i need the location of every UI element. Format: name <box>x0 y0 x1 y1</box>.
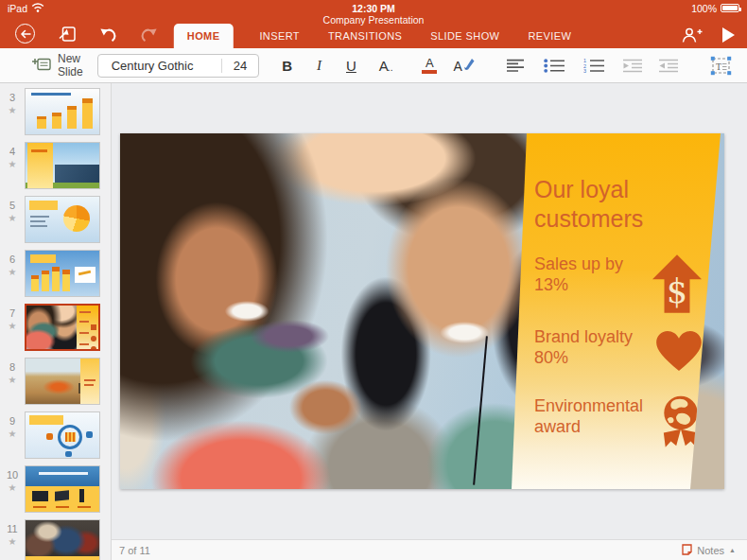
slide-title[interactable]: Our loyal customers <box>534 175 695 233</box>
slide-number: 10 <box>0 468 25 481</box>
transition-star-icon: ★ <box>0 428 25 440</box>
file-actions-button[interactable] <box>58 26 77 43</box>
brush-icon <box>462 57 475 74</box>
slide-thumbnail[interactable] <box>25 250 100 297</box>
bullet-text: Environmental award <box>534 396 660 437</box>
powerpoint-app: iPad 12:30 PM 100% Company Presentation … <box>0 0 747 560</box>
battery-icon <box>721 4 739 12</box>
slide-bullet-award[interactable]: Environmental award <box>534 396 702 453</box>
thumbnail-row-6: 6★ <box>0 250 111 297</box>
device-label: iPad <box>8 3 27 14</box>
notes-expand-caret-icon: ▲ <box>729 547 736 553</box>
transition-star-icon: ★ <box>0 535 25 548</box>
svg-text:T: T <box>716 61 721 71</box>
slide-bullet-loyalty[interactable]: Brand loyalty 80% <box>534 327 702 375</box>
ribbon-tabs: HOME INSERT TRANSITIONS SLIDE SHOW REVIE… <box>174 24 573 48</box>
highlight-button[interactable]: A <box>453 57 474 74</box>
ribbon: HOME INSERT TRANSITIONS SLIDE SHOW REVIE… <box>0 22 747 48</box>
notes-label: Notes <box>697 545 724 556</box>
svg-text:$: $ <box>667 272 687 310</box>
redo-button[interactable] <box>140 26 158 42</box>
undo-button[interactable] <box>99 26 117 42</box>
notes-toggle[interactable]: Notes ▲ <box>682 544 736 557</box>
new-slide-label: New Slide <box>58 52 83 79</box>
thumbnail-row-11: 11★ <box>0 519 111 560</box>
thumbnail-row-7-selected: 7★ <box>0 304 111 351</box>
tab-slide-show[interactable]: SLIDE SHOW <box>428 24 501 48</box>
tab-transitions[interactable]: TRANSITIONS <box>326 24 404 48</box>
slide-thumbnail[interactable] <box>25 142 100 189</box>
bold-button[interactable]: B <box>282 58 292 74</box>
transition-star-icon: ★ <box>0 212 25 224</box>
indent-button[interactable] <box>658 59 679 73</box>
slide-thumbnail[interactable] <box>25 196 100 243</box>
slide-bullet-sales[interactable]: Sales up by 13% $ <box>534 254 702 317</box>
tab-home[interactable]: HOME <box>174 24 234 48</box>
slide-thumbnail[interactable] <box>25 88 100 135</box>
slide-thumbnail-selected[interactable] <box>25 304 100 351</box>
transition-star-icon: ★ <box>0 374 25 386</box>
font-size-select[interactable]: 24 <box>221 59 258 73</box>
transition-star-icon: ★ <box>0 320 25 332</box>
slide-number: 5 <box>0 199 25 212</box>
present-play-button[interactable] <box>721 26 736 44</box>
thumbnail-row-5: 5★ <box>0 196 111 243</box>
transition-star-icon: ★ <box>0 104 25 116</box>
tab-review[interactable]: REVIEW <box>526 24 573 48</box>
svg-text:3: 3 <box>583 68 586 73</box>
font-controls: Century Gothic 24 <box>97 54 259 78</box>
battery-percent: 100% <box>691 3 717 14</box>
hoodie-cord <box>473 337 488 485</box>
status-footer: 7 of 11 Notes ▲ <box>112 539 747 560</box>
slide-thumbnail-panel: 3★ 4★ 5★ 6★ 7★ 8★ <box>0 83 112 560</box>
slide-thumbnail[interactable] <box>25 358 100 405</box>
slide-number: 8 <box>0 360 25 374</box>
bullet-text: Sales up by 13% <box>534 254 652 295</box>
numbering-button[interactable]: 123 <box>583 58 604 73</box>
italic-button[interactable]: I <box>317 58 321 74</box>
slide-number: 4 <box>0 145 25 158</box>
transition-star-icon: ★ <box>0 481 25 494</box>
bullet-text: Brand loyalty 80% <box>534 327 656 368</box>
share-people-button[interactable] <box>681 27 703 43</box>
new-slide-button[interactable]: New Slide <box>31 52 83 79</box>
slide-number: 3 <box>0 91 25 104</box>
current-slide[interactable]: Our loyal customers Sales up by 13% $ Br… <box>120 133 724 489</box>
thumbnail-row-10: 10★ <box>0 465 111 513</box>
slide-number: 9 <box>0 414 25 428</box>
status-bar: iPad 12:30 PM 100% <box>0 2 747 14</box>
dollar-arrow-up-icon: $ <box>652 254 702 317</box>
bullets-button[interactable] <box>544 59 565 73</box>
back-button[interactable] <box>15 24 35 44</box>
slide-position-indicator: 7 of 11 <box>119 545 150 556</box>
clock: 12:30 PM <box>352 3 395 14</box>
slide-thumbnail[interactable] <box>25 411 100 459</box>
slide-thumbnail[interactable] <box>25 519 100 560</box>
new-slide-icon <box>31 56 51 76</box>
thumbnail-row-3: 3★ <box>0 88 111 135</box>
font-name-select[interactable]: Century Gothic <box>98 59 221 73</box>
home-toolbar: New Slide Century Gothic 24 B I U A.. A … <box>0 48 747 83</box>
notes-icon <box>682 544 692 557</box>
underline-button[interactable]: U <box>346 58 356 74</box>
transition-star-icon: ★ <box>0 266 25 278</box>
text-box-button[interactable]: T <box>710 56 732 76</box>
slide-canvas: Our loyal customers Sales up by 13% $ Br… <box>112 83 747 539</box>
thumbnail-row-4: 4★ <box>0 142 111 189</box>
heart-icon <box>656 331 702 375</box>
title-chrome: iPad 12:30 PM 100% Company Presentation … <box>0 0 747 48</box>
slide-yellow-panel[interactable]: Our loyal customers Sales up by 13% $ Br… <box>502 133 724 489</box>
slide-number: 11 <box>0 522 25 535</box>
transition-star-icon: ★ <box>0 158 25 170</box>
slide-thumbnail[interactable] <box>25 465 100 513</box>
outdent-button[interactable] <box>622 59 643 73</box>
font-color-button[interactable]: A <box>422 57 437 75</box>
align-left-button[interactable] <box>506 59 525 73</box>
wifi-icon <box>31 2 44 14</box>
thumbnail-row-9: 9★ <box>0 411 111 459</box>
thumbnail-row-8: 8★ <box>0 358 111 405</box>
slide-number: 6 <box>0 253 25 266</box>
tab-insert[interactable]: INSERT <box>257 24 302 48</box>
slide-number: 7 <box>0 306 25 320</box>
font-formatting-button[interactable]: A.. <box>379 58 393 74</box>
